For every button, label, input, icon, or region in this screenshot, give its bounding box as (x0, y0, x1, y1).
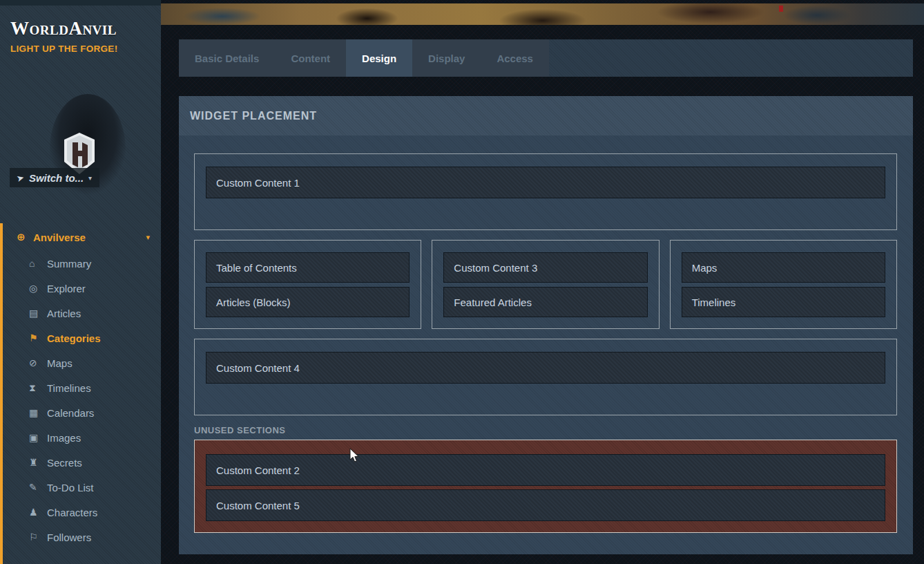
globe-icon: ⊕ (17, 231, 33, 243)
world-cover-image: ➤ Switch to... ▾ (10, 87, 148, 205)
sidebar-item-label: Images (47, 432, 81, 444)
scroll-icon: ⚑ (29, 332, 47, 344)
thumbtack-icon: ✎ (29, 482, 47, 493)
chevron-down-icon: ▾ (88, 174, 92, 182)
sidebar-item-explorer[interactable]: ◎ Explorer (3, 276, 161, 301)
sidebar-item-label: Summary (47, 258, 91, 270)
sidebar-item-label: Characters (47, 507, 97, 518)
tabs-group: Basic Details Content Design Display Acc… (179, 39, 549, 77)
users-icon: ♟ (29, 507, 47, 518)
sidebar-item-anvilverse[interactable]: ⊕ Anvilverse ▾ (3, 223, 161, 251)
sidebar-item-label: Maps (47, 357, 73, 369)
widget-table-of-contents[interactable]: Table of Contents (206, 252, 410, 283)
sidebar: WorldAnvil LIGHT UP THE FORGE! ➤ Switch … (0, 0, 161, 564)
location-arrow-icon: ➤ (15, 171, 25, 183)
unused-sections-title: UNUSED SECTIONS (194, 425, 897, 435)
tab-bar: Basic Details Content Design Display Acc… (179, 39, 913, 77)
sidebar-item-label: Secrets (47, 457, 82, 469)
sidebar-item-label: Timelines (47, 382, 91, 394)
switch-to-label: Switch to... (29, 172, 84, 184)
sidebar-item-followers[interactable]: ⚐ Followers (3, 525, 161, 549)
widget-articles-blocks[interactable]: Articles (Blocks) (206, 287, 410, 317)
worldanvil-logo[interactable]: WorldAnvil (10, 18, 117, 39)
sidebar-item-label: Categories (47, 332, 101, 344)
drop-zone-column-1[interactable]: Table of Contents Articles (Blocks) (194, 240, 421, 329)
widget-custom-content-3[interactable]: Custom Content 3 (443, 252, 647, 283)
panel-body: Custom Content 1 Table of Contents Artic… (179, 135, 913, 533)
widget-custom-content-2[interactable]: Custom Content 2 (206, 454, 885, 486)
widget-placement-panel: WIDGET PLACEMENT Custom Content 1 Table … (179, 96, 913, 554)
unused-sections-drop-zone[interactable]: Custom Content 2 Custom Content 5 (194, 440, 897, 533)
book-icon: ▤ (29, 308, 47, 319)
drop-zone-bottom[interactable]: Custom Content 4 (194, 339, 897, 415)
sidebar-item-label: Calendars (47, 407, 94, 419)
widget-custom-content-1[interactable]: Custom Content 1 (206, 167, 885, 198)
world-banner-image (161, 3, 924, 25)
chevron-down-icon: ▾ (146, 233, 150, 242)
sidebar-item-todo-list[interactable]: ✎ To-Do List (3, 475, 161, 500)
column-row: Table of Contents Articles (Blocks) Cust… (194, 240, 897, 329)
sidebar-item-categories[interactable]: ⚑ Categories (3, 326, 161, 350)
widget-maps[interactable]: Maps (682, 252, 885, 283)
sidebar-item-label: To-Do List (47, 482, 94, 494)
panel-header: WIDGET PLACEMENT (179, 96, 913, 135)
sidebar-item-calendars[interactable]: ▦ Calendars (3, 400, 161, 425)
sidebar-item-maps[interactable]: ⊘ Maps (3, 350, 161, 375)
hourglass-icon: ⧗ (29, 382, 47, 394)
rook-icon: ♜ (29, 457, 47, 468)
switch-to-dropdown[interactable]: ➤ Switch to... ▾ (10, 168, 99, 187)
sidebar-item-timelines[interactable]: ⧗ Timelines (3, 375, 161, 400)
tab-content[interactable]: Content (275, 39, 346, 77)
follower-icon: ⚐ (29, 532, 47, 543)
page: WorldAnvil LIGHT UP THE FORGE! ➤ Switch … (0, 0, 924, 564)
sidebar-item-label: Articles (47, 308, 81, 319)
image-icon: ▣ (29, 432, 47, 443)
widget-custom-content-5[interactable]: Custom Content 5 (206, 489, 885, 521)
calendar-icon: ▦ (29, 407, 47, 418)
home-icon: ⌂ (29, 258, 47, 269)
sidebar-item-characters[interactable]: ♟ Characters (3, 500, 161, 525)
tab-basic-details[interactable]: Basic Details (179, 39, 275, 77)
widget-custom-content-4[interactable]: Custom Content 4 (206, 352, 885, 384)
world-name-label: Anvilverse (33, 232, 86, 243)
sidebar-item-secrets[interactable]: ♜ Secrets (3, 450, 161, 475)
drop-zone-column-2[interactable]: Custom Content 3 Featured Articles (432, 240, 659, 329)
tab-display[interactable]: Display (412, 39, 481, 77)
panel-title: WIDGET PLACEMENT (190, 110, 317, 122)
tab-access[interactable]: Access (481, 39, 549, 77)
sidebar-item-label: Followers (47, 532, 91, 543)
banner-marker (779, 6, 783, 12)
sidebar-item-label: Explorer (47, 283, 86, 294)
main-area: Basic Details Content Design Display Acc… (161, 0, 924, 564)
sidebar-nav: ⊕ Anvilverse ▾ ⌂ Summary ◎ Explorer ▤ Ar… (0, 223, 161, 564)
sidebar-item-images[interactable]: ▣ Images (3, 425, 161, 450)
tagline: LIGHT UP THE FORGE! (10, 44, 117, 54)
map-icon: ⊘ (29, 357, 47, 368)
tab-design[interactable]: Design (346, 39, 412, 77)
sidebar-item-articles[interactable]: ▤ Articles (3, 301, 161, 326)
sidebar-top-strip (0, 0, 161, 6)
compass-icon: ◎ (29, 283, 47, 294)
widget-timelines[interactable]: Timelines (682, 287, 885, 317)
drop-zone-column-3[interactable]: Maps Timelines (670, 240, 897, 329)
drop-zone-top[interactable]: Custom Content 1 (194, 153, 897, 230)
widget-featured-articles[interactable]: Featured Articles (443, 287, 647, 317)
sidebar-item-summary[interactable]: ⌂ Summary (3, 251, 161, 276)
